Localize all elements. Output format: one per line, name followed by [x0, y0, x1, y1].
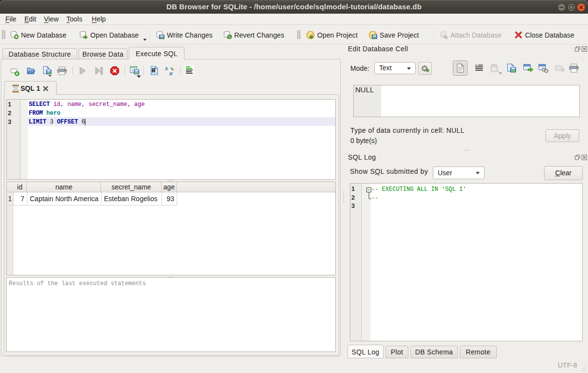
svg-text:a: a	[169, 69, 173, 76]
svg-text:b: b	[165, 66, 168, 71]
